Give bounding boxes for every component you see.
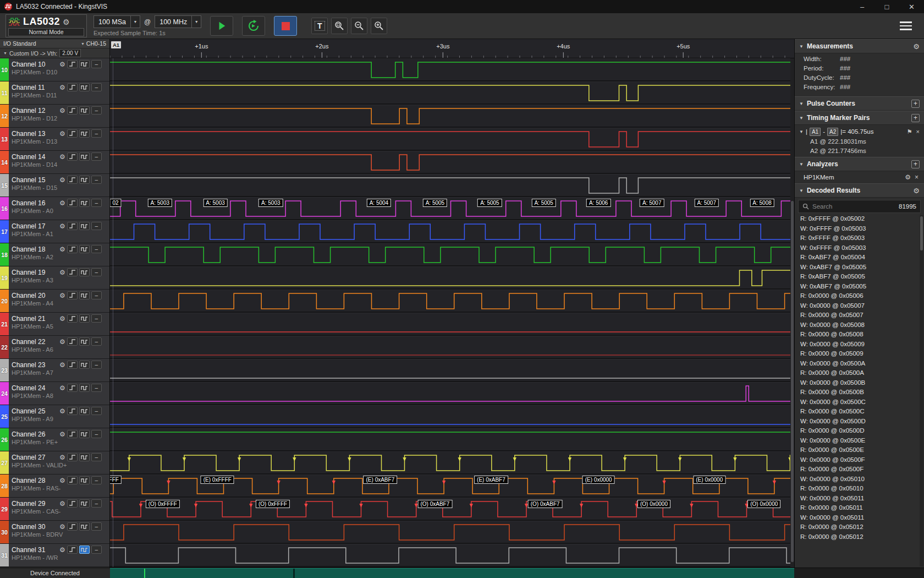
edge-trigger-icon[interactable] [67,384,78,392]
channel-collapse-icon[interactable]: – [91,83,102,91]
edge-trigger-icon[interactable] [67,106,78,114]
edge-trigger-icon[interactable] [67,430,78,438]
edge-trigger-icon[interactable] [67,152,78,161]
stop-button[interactable] [274,16,297,36]
add-analyzer-button[interactable]: + [911,160,920,168]
waveform-area[interactable]: A1 +1us+2us+3us+4us+5us 02A: 5003A: 5003… [110,39,794,568]
pulse-trigger-icon[interactable] [79,245,90,253]
decoded-result-item[interactable]: W: 0x0000 @ 0x0500B [795,379,924,389]
pulse-trigger-icon[interactable] [79,499,90,508]
decoded-results-header[interactable]: ▼ Decoded Results ⚙ [795,183,924,198]
remove-marker-pair-icon[interactable]: × [916,128,920,135]
channel-settings-gear-icon[interactable]: ⚙ [59,107,65,114]
marker-a1-flag[interactable]: A1 [111,41,121,48]
decoded-search-field[interactable]: Search 81995 [798,200,921,213]
custom-io-row[interactable]: ▼ Custom I/O -> Vth: 2.00 V [0,48,109,58]
decoded-result-item[interactable]: R: 0x0000 @ 0x05010 [795,485,924,495]
maximize-button[interactable]: □ [875,0,899,13]
waveform-scrollbar[interactable] [790,58,794,567]
close-button[interactable]: ✕ [899,0,924,13]
pin-marker-icon[interactable]: ⚑ [907,128,912,135]
channel-collapse-icon[interactable]: – [91,245,102,253]
channel-row[interactable]: 18Channel 18⚙–HP1KMem - A2 [0,243,109,266]
edge-trigger-icon[interactable] [67,291,78,299]
channel-collapse-icon[interactable]: – [91,476,102,484]
decoded-result-item[interactable]: W: 0x0000 @ 0x0500C [795,399,924,408]
scrollbar-thumb[interactable] [791,201,794,562]
channel-row[interactable]: 17Channel 17⚙–HP1KMem - A1 [0,220,109,243]
add-marker-pair-button[interactable]: + [911,114,920,122]
timing-marker-pairs-header[interactable]: ▼ Timing Marker Pairs + [795,111,924,125]
edge-trigger-icon[interactable] [67,176,78,184]
edge-trigger-icon[interactable] [67,407,78,415]
channel-collapse-icon[interactable]: – [91,222,102,230]
decoded-result-item[interactable]: W: 0xABF7 @ 0x05005 [795,283,924,293]
device-block[interactable]: LA5032 ⚙ Normal Mode [6,14,87,37]
decoded-result-item[interactable]: R: 0x0000 @ 0x05006 [795,292,924,302]
zoom-selection-button[interactable] [331,18,348,34]
pulse-trigger-icon[interactable] [79,60,90,68]
channel-settings-gear-icon[interactable]: ⚙ [59,269,65,276]
edge-trigger-icon[interactable] [67,199,78,207]
channel-row[interactable]: 21Channel 21⚙–HP1KMem - A5 [0,313,109,336]
analyzers-header[interactable]: ▼ Analyzers + [795,157,924,171]
decoded-result-item[interactable]: R: 0x0000 @ 0x05007 [795,312,924,321]
edge-trigger-icon[interactable] [67,222,78,230]
channel-row[interactable]: 19Channel 19⚙–HP1KMem - A3 [0,266,109,290]
channel-settings-gear-icon[interactable]: ⚙ [59,524,65,530]
decoded-result-item[interactable]: R: 0xFFFF @ 0x05003 [795,235,924,244]
channel-row[interactable]: 25Channel 25⚙–HP1KMem - A9 [0,405,109,428]
decoded-scrollbar[interactable] [920,215,923,566]
decoded-result-item[interactable]: W: 0x0000 @ 0x0500D [795,418,924,428]
remove-analyzer-icon[interactable]: × [915,173,919,181]
edge-trigger-icon[interactable] [67,245,78,253]
channel-row[interactable]: 16Channel 16⚙–HP1KMem - A0 [0,197,109,220]
channel-settings-gear-icon[interactable]: ⚙ [59,339,65,345]
channel-row[interactable]: 10Channel 10⚙–HP1KMem - D10 [0,58,109,81]
channel-settings-gear-icon[interactable]: ⚙ [59,177,65,183]
decoded-result-item[interactable]: W: 0x0000 @ 0x05007 [795,302,924,312]
channel-collapse-icon[interactable]: – [91,60,102,68]
edge-trigger-icon[interactable] [67,361,78,369]
pulse-trigger-icon[interactable] [79,522,90,531]
decoded-result-item[interactable]: R: 0xABF7 @ 0x05004 [795,254,924,264]
decoded-result-item[interactable]: R: 0x0000 @ 0x05012 [795,533,924,543]
decoded-result-item[interactable]: R: 0x0000 @ 0x0500A [795,369,924,379]
decoded-result-item[interactable]: W: 0x0000 @ 0x0500A [795,360,924,370]
pulse-trigger-icon[interactable] [79,337,90,346]
channel-collapse-icon[interactable]: – [91,106,102,114]
pulse-counters-header[interactable]: ▼ Pulse Counters + [795,96,924,111]
channel-collapse-icon[interactable]: – [91,129,102,138]
decoded-result-item[interactable]: R: 0x0000 @ 0x0500C [795,408,924,418]
channel-collapse-icon[interactable]: – [91,199,102,207]
decoded-result-item[interactable]: R: 0x0000 @ 0x0500E [795,446,924,456]
pulse-trigger-icon[interactable] [79,268,90,276]
edge-trigger-icon[interactable] [67,314,78,323]
minimize-button[interactable]: – [850,0,875,13]
measurements-header[interactable]: ▼ Measurements ⚙ [795,39,924,53]
pulse-trigger-icon[interactable] [79,314,90,323]
pulse-trigger-icon[interactable] [79,176,90,184]
channel-row[interactable]: 13Channel 13⚙–HP1KMem - D13 [0,128,109,151]
channel-collapse-icon[interactable]: – [91,384,102,392]
decoded-result-item[interactable]: R: 0x0000 @ 0x05009 [795,350,924,360]
decoded-result-item[interactable]: R: 0x0000 @ 0x0500D [795,427,924,437]
channel-row[interactable]: 27Channel 27⚙–HP1KMem - VALID+ [0,451,109,475]
channel-settings-gear-icon[interactable]: ⚙ [59,500,65,507]
decoded-result-item[interactable]: W: 0x0000 @ 0x05011 [795,495,924,505]
decoded-results-gear-icon[interactable]: ⚙ [913,187,920,195]
edge-trigger-icon[interactable] [67,499,78,508]
channel-settings-gear-icon[interactable]: ⚙ [59,61,65,68]
edge-trigger-icon[interactable] [67,337,78,346]
channel-settings-gear-icon[interactable]: ⚙ [59,315,65,322]
channel-collapse-icon[interactable]: – [91,361,102,369]
channel-settings-gear-icon[interactable]: ⚙ [59,246,65,253]
decoded-result-item[interactable]: W: 0xABF7 @ 0x05005 [795,264,924,274]
edge-trigger-icon[interactable] [67,60,78,68]
menu-button[interactable] [900,21,912,30]
analyzer-item[interactable]: HP1KMem ⚙ × [795,171,924,183]
analyzer-settings-gear-icon[interactable]: ⚙ [905,173,911,181]
measurements-gear-icon[interactable]: ⚙ [913,42,920,51]
channel-settings-gear-icon[interactable]: ⚙ [59,200,65,206]
repeat-capture-button[interactable] [242,16,265,36]
